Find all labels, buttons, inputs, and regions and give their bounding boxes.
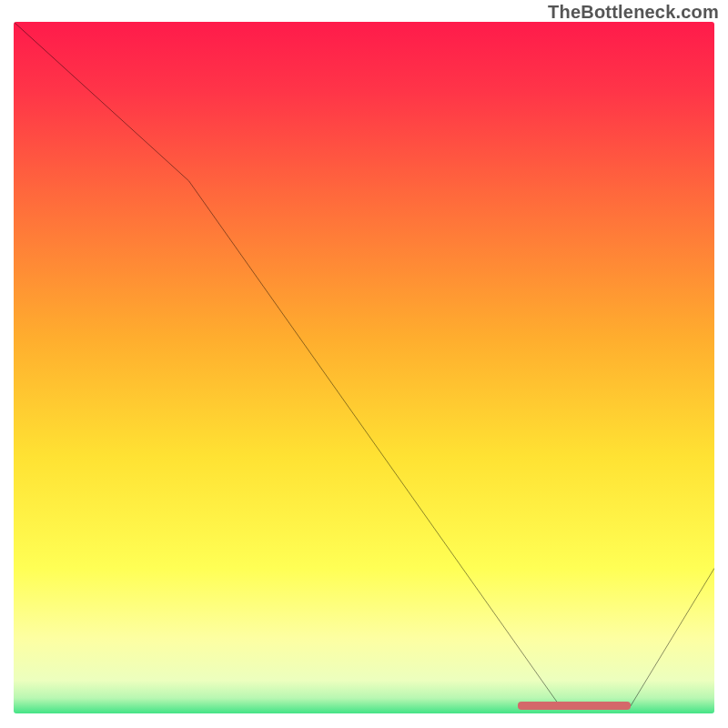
chart-container: TheBottleneck.com	[0, 0, 728, 728]
optimal-range-marker	[518, 702, 630, 710]
attribution-label: TheBottleneck.com	[548, 2, 719, 23]
curve-line	[14, 22, 714, 713]
plot-area	[14, 22, 714, 713]
